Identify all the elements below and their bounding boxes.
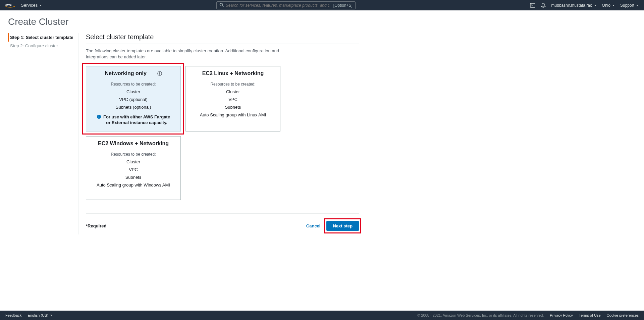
- caret-down-icon: [612, 3, 615, 8]
- svg-rect-8: [99, 117, 99, 118]
- resource-item: Cluster: [91, 159, 176, 164]
- caret-down-icon: [39, 3, 42, 8]
- template-title: EC2 Linux + Networking: [202, 70, 264, 76]
- svg-line-2: [222, 5, 223, 6]
- search-icon: [219, 3, 224, 8]
- nav-region-label: Ohio: [602, 3, 610, 8]
- section-title: Select cluster template: [86, 33, 359, 44]
- section-description: The following cluster templates are avai…: [86, 48, 290, 60]
- nav-support-menu[interactable]: Support: [620, 3, 639, 8]
- caret-down-icon: [594, 3, 597, 8]
- resource-item: Cluster: [191, 89, 275, 94]
- resource-item: VPC: [91, 167, 176, 172]
- required-note: *Required: [86, 223, 106, 228]
- svg-rect-6: [159, 72, 160, 73]
- wizard-step-2[interactable]: Step 2: Configure cluster: [8, 42, 75, 50]
- page-title: Create Cluster: [8, 16, 636, 27]
- template-card-ec2-windows[interactable]: EC2 Windows + Networking Resources to be…: [86, 136, 181, 200]
- info-icon: [97, 114, 101, 121]
- global-search-box[interactable]: [Option+S]: [216, 1, 356, 9]
- svg-rect-9: [99, 116, 99, 116]
- resource-item: Auto Scaling group with Linux AMI: [191, 112, 275, 117]
- caret-down-icon: [636, 3, 639, 8]
- template-card-networking-only[interactable]: Networking only Resources to be created:…: [86, 66, 181, 131]
- svg-text:aws: aws: [5, 3, 12, 6]
- resource-item: Cluster: [91, 89, 176, 94]
- search-shortcut-hint: [Option+S]: [333, 3, 353, 8]
- page-body: Create Cluster Step 1: Select cluster te…: [0, 10, 644, 234]
- template-grid: Networking only Resources to be created:…: [86, 66, 359, 200]
- nav-user-label: mubbashir.mustafa.rao: [551, 3, 592, 8]
- notifications-icon[interactable]: [541, 3, 546, 8]
- next-step-button[interactable]: Next step: [326, 221, 359, 231]
- top-nav: aws Services [Option+S] mubbashir.mustaf…: [0, 0, 644, 10]
- resource-item: VPC: [191, 97, 275, 102]
- resources-label: Resources to be created:: [191, 82, 275, 87]
- cancel-button[interactable]: Cancel: [306, 223, 321, 228]
- wizard-main: Select cluster template The following cl…: [78, 33, 359, 234]
- resource-item: Auto Scaling group with Windows AMI: [91, 182, 176, 188]
- wizard-sidebar: Step 1: Select cluster template Step 2: …: [8, 33, 78, 234]
- wizard-step-1[interactable]: Step 1: Select cluster template: [8, 33, 75, 42]
- aws-logo[interactable]: aws: [5, 2, 15, 8]
- cloudshell-icon[interactable]: [530, 3, 535, 8]
- template-title: Networking only: [105, 70, 146, 76]
- nav-account-menu[interactable]: mubbashir.mustafa.rao: [551, 3, 597, 8]
- nav-services-menu[interactable]: Services: [21, 3, 42, 8]
- resources-label: Resources to be created:: [91, 82, 176, 87]
- global-search-input[interactable]: [224, 3, 331, 8]
- svg-rect-5: [159, 73, 160, 75]
- template-note: For use with either AWS Fargate or Exter…: [103, 114, 170, 126]
- nav-support-label: Support: [620, 3, 634, 8]
- resources-label: Resources to be created:: [91, 152, 176, 157]
- nav-region-menu[interactable]: Ohio: [602, 3, 615, 8]
- resource-item: Subnets: [91, 175, 176, 180]
- info-icon[interactable]: [157, 71, 162, 77]
- nav-services-label: Services: [21, 3, 38, 8]
- resource-item: VPC (optional): [91, 97, 176, 102]
- wizard-footer: *Required Cancel Next step: [86, 213, 359, 231]
- resource-item: Subnets: [191, 105, 275, 110]
- svg-point-1: [220, 3, 222, 6]
- template-card-ec2-linux[interactable]: EC2 Linux + Networking Resources to be c…: [185, 66, 280, 131]
- resource-item: Subnets (optional): [91, 105, 176, 110]
- template-title: EC2 Windows + Networking: [98, 141, 169, 147]
